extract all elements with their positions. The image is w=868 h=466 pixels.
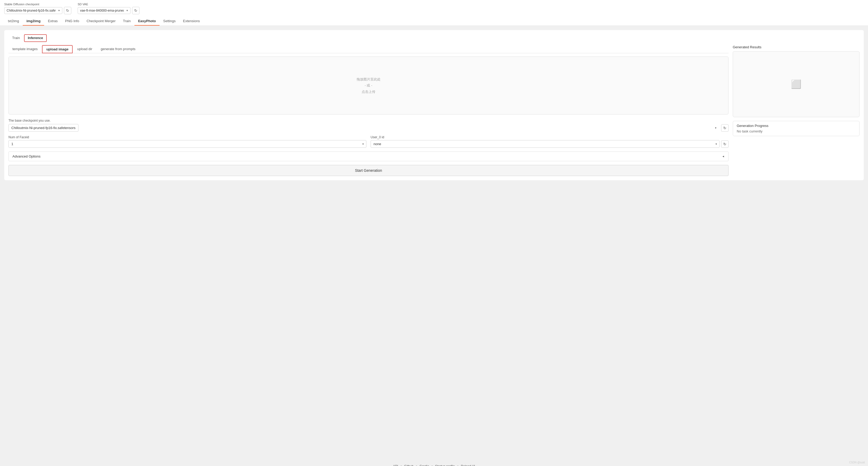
- tab-settings[interactable]: Settings: [159, 17, 179, 26]
- csdn-watermark: CSDN @suld: [849, 461, 865, 464]
- refresh-icon-vae: ↻: [134, 8, 137, 13]
- footer-startup-link[interactable]: Startup profile: [435, 464, 455, 466]
- checkpoint-refresh-button[interactable]: ↻: [64, 7, 71, 14]
- generation-progress-title: Generation Progress: [737, 124, 856, 128]
- generated-results-title: Generated Results: [733, 45, 860, 49]
- num-faceid-select[interactable]: 1: [8, 140, 366, 148]
- tab-extensions[interactable]: Extensions: [179, 17, 204, 26]
- footer-gradio-link[interactable]: Gradio: [420, 464, 429, 466]
- upload-line2: - 或 -: [365, 82, 372, 89]
- main-tabs: txt2img img2img Extras PNG Info Checkpoi…: [4, 17, 864, 26]
- refresh-icon: ↻: [66, 8, 69, 13]
- tab-png-info[interactable]: PNG Info: [61, 17, 83, 26]
- inference-tab-generate-from-prompts[interactable]: generate from prompts: [97, 45, 140, 53]
- upload-line1: 拖放图片至此处: [356, 76, 381, 82]
- checkpoint-select[interactable]: Chilloutmix-Ni-pruned-fp16-fix.safetenso…: [4, 7, 62, 14]
- vae-label: SD VAE: [78, 3, 140, 6]
- inference-tab-upload-dir[interactable]: upload dir: [73, 45, 96, 53]
- generation-progress-panel: Generation Progress No task currently: [733, 121, 860, 136]
- upload-image-area[interactable]: 拖放图片至此处 - 或 - 点击上传: [8, 57, 728, 114]
- inference-tab-upload-image[interactable]: upload image: [42, 45, 73, 53]
- sub-tabs: Train Inference: [8, 34, 860, 42]
- footer-dot-1: •: [400, 464, 402, 466]
- refresh-icon-user: ↻: [723, 142, 726, 146]
- tab-txt2img[interactable]: txt2img: [4, 17, 23, 26]
- footer-dot-3: •: [432, 464, 433, 466]
- advanced-options-label: Advanced Options: [12, 154, 40, 158]
- user-id-refresh-button[interactable]: ↻: [721, 140, 728, 148]
- start-generation-button[interactable]: Start Generation: [8, 165, 728, 176]
- base-checkpoint-select[interactable]: Chilloutmix-Ni-pruned-fp16-fix.safetenso…: [8, 124, 79, 132]
- upload-line3: 点击上传: [362, 89, 375, 95]
- tab-checkpoint-merger[interactable]: Checkpoint Merger: [83, 17, 119, 26]
- footer-dot-2: •: [416, 464, 417, 466]
- user-id-label: User_0 id: [371, 135, 728, 139]
- tab-img2img[interactable]: img2img: [23, 17, 44, 26]
- refresh-icon-checkpoint: ↻: [723, 126, 726, 130]
- tab-train[interactable]: Train: [119, 17, 134, 26]
- checkpoint-label: Stable Diffusion checkpoint: [4, 3, 71, 6]
- base-checkpoint-label: The base checkpoint you use.: [8, 119, 728, 123]
- inference-tabs: template images upload image upload dir …: [8, 45, 728, 53]
- footer: API • Github • Gradio • Startup profile …: [0, 460, 868, 466]
- vae-refresh-button[interactable]: ↻: [132, 7, 140, 14]
- vae-select[interactable]: vae-ft-mse-840000-ema-pruned.ckpt: [78, 7, 130, 14]
- tab-extras[interactable]: Extras: [44, 17, 61, 26]
- base-checkpoint-refresh-button[interactable]: ↻: [721, 124, 728, 132]
- generated-results-area: ⬜: [733, 51, 860, 117]
- subtab-inference[interactable]: Inference: [24, 34, 47, 42]
- generation-progress-status: No task currently: [737, 129, 856, 133]
- num-faceid-label: Num of Faceid: [8, 135, 366, 139]
- footer-reload-link[interactable]: Reload UI: [461, 464, 475, 466]
- footer-github-link[interactable]: Github: [404, 464, 413, 466]
- triangle-icon: ◄: [722, 155, 724, 158]
- subtab-train[interactable]: Train: [8, 34, 24, 42]
- footer-dot-4: •: [457, 464, 458, 466]
- footer-api-link[interactable]: API: [393, 464, 398, 466]
- tab-easyphoto[interactable]: EasyPhoto: [134, 17, 159, 26]
- inference-tab-template-images[interactable]: template images: [8, 45, 41, 53]
- advanced-options-toggle[interactable]: Advanced Options ◄: [8, 152, 728, 161]
- image-placeholder-icon: ⬜: [791, 79, 801, 89]
- user-id-select[interactable]: none: [371, 140, 719, 148]
